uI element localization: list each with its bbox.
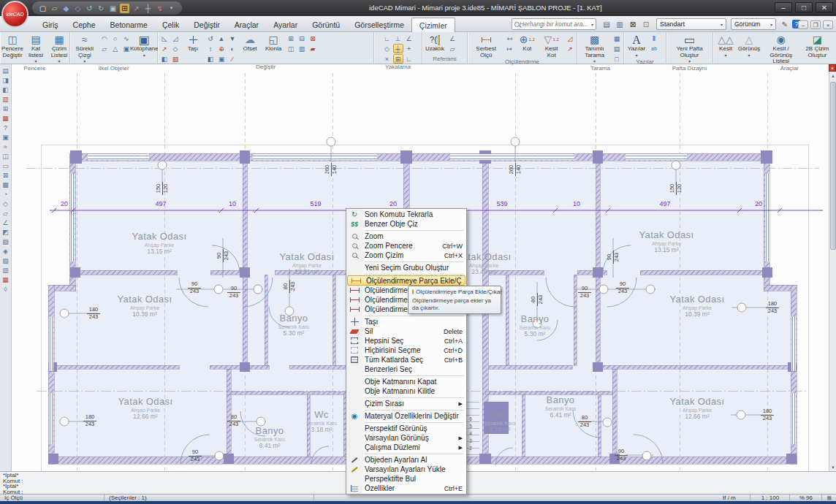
menu-item-yeni-secim-grubu[interactable]: Yeni Seçim Grubu Oluştur (346, 263, 466, 272)
copy-tool-icon[interactable]: ◫ (1, 152, 10, 161)
dimension-value[interactable]: 497 (650, 200, 680, 207)
roman-text-icon[interactable]: Ⅱ (649, 34, 659, 43)
kesit-button[interactable]: △△Kesit▾ (715, 34, 737, 58)
menu-item-tasi[interactable]: Taşı (346, 317, 466, 327)
status-grid-toggle-icon[interactable]: ▦ (822, 495, 836, 501)
cizim-listesi-button[interactable]: ▦Çizim Listesi▾ (48, 34, 70, 65)
menu-item-sil[interactable]: SilDelete (346, 327, 466, 336)
menu-item-hicbirisini-secme[interactable]: Hiçbirisini SeçmeCtrl+D (346, 345, 466, 355)
vertical-scrollbar[interactable]: ▲ ▼ (829, 64, 836, 471)
tab-gorsellestirme[interactable]: Görselleştirme (347, 18, 411, 32)
status-mode[interactable]: İç Ölçü (0, 495, 104, 501)
tasi-button[interactable]: Taşı (182, 34, 204, 53)
explode-icon[interactable]: ⊠ (308, 34, 318, 43)
close-button[interactable]: ✕ (816, 2, 833, 12)
status-zoom[interactable]: % 96 (790, 495, 822, 501)
dimension-value[interactable]: 519 (301, 200, 330, 207)
axis-icon[interactable]: ┼ (143, 4, 153, 13)
snap-ortho-icon[interactable]: ∟ (404, 54, 414, 64)
mirror-icon[interactable]: ▲ (216, 34, 227, 43)
mdi-close-button[interactable]: × (823, 20, 833, 29)
layer-states-icon[interactable]: ▥ (614, 18, 626, 30)
gorunus-button[interactable]: △Görünüş▾ (738, 34, 760, 58)
rotate-icon[interactable]: ↺ (205, 34, 216, 43)
layer-toggle-icon[interactable]: ⊠ (627, 18, 639, 30)
rotate-tool-icon[interactable]: ◔ (1, 190, 10, 199)
menu-item-olculendirmeye-parca-ekle-cikar[interactable]: Ölçülendirmeye Parça Ekle/Çıkar (347, 275, 466, 286)
spline-tool-icon[interactable]: ∿ (121, 34, 132, 43)
slice-icon[interactable]: ∕ (227, 54, 238, 64)
dim-slope-icon[interactable]: ◿ (565, 34, 575, 43)
serbest-olcu-button[interactable]: Serbest Ölçü (469, 34, 503, 58)
mdi-minimize-button[interactable]: – (798, 20, 808, 29)
circle-tool-icon[interactable]: ○ (110, 34, 121, 43)
scale-icon[interactable]: ◐ (227, 44, 238, 53)
kesit-kot-button[interactable]: ▽1.2Kesit Kot (539, 34, 563, 58)
hatch-solid-icon[interactable]: ▦ (612, 34, 622, 43)
arc-tool-icon[interactable]: ◠ (99, 34, 110, 43)
diamond-tool-icon[interactable]: ◈ (1, 247, 10, 256)
menu-item-varsayilan-gorunus[interactable]: Varsayılan Görünüş▶ (346, 433, 466, 443)
cut-tool-icon[interactable]: ⊠ (1, 171, 10, 180)
polygon-tool-icon[interactable]: ▱ (99, 44, 110, 53)
grid-tool-icon[interactable]: ▥ (1, 266, 10, 275)
query-icon[interactable]: ? (1, 123, 10, 132)
snap-int-icon[interactable]: × (382, 54, 392, 64)
maximize-button[interactable]: □ (795, 2, 813, 12)
scrollbar-thumb[interactable] (830, 82, 836, 250)
select-filter-icon[interactable]: ▥ (1, 95, 10, 104)
menu-item-zoom-pencere[interactable]: Zoom PencereCtrl+W (346, 241, 466, 251)
revision-icon[interactable]: ↯ (155, 4, 164, 13)
menu-item-zoom[interactable]: Zoom (346, 232, 466, 241)
layers-icon[interactable]: ⊞ (120, 4, 129, 13)
array-icon[interactable]: ⊕ (216, 44, 227, 53)
group-icon[interactable]: ⊟ (297, 34, 307, 43)
command-search[interactable]: ▾ (512, 18, 596, 30)
menu-item-hepsini-sec[interactable]: Hepsini SeçCtrl+A (346, 336, 466, 345)
tanimli-tarama-button[interactable]: ▩Tanımlı Tarama▾ (579, 34, 610, 65)
fillet-icon[interactable]: ◇ (170, 44, 180, 53)
yeni-pafta-button[interactable]: ▭Yeni Pafta Oluştur▾ (668, 34, 711, 65)
hatch-edit-icon[interactable]: ▥ (297, 44, 307, 53)
surekli-cizgi-button[interactable]: ≈Sürekli Çizgi▾ (72, 34, 98, 65)
kesit-gorunus-listesi-button[interactable]: ◉Kesit / Görünüş Listesi (761, 34, 800, 65)
select-group-icon[interactable]: ⊞ (1, 104, 10, 113)
yazilar-button[interactable]: AYazılar▾ (626, 34, 647, 58)
open-file-icon[interactable]: ▱ (50, 4, 59, 13)
menu-item-cizim-sirasi[interactable]: Çizim Sırası▶ (346, 399, 466, 408)
snap-end-icon[interactable]: ⊞ (393, 54, 403, 64)
tab-araclar[interactable]: Araçlar (227, 18, 266, 32)
kat-listesi-button[interactable]: ▤Kat listesi▾ (25, 34, 47, 65)
snap-perp-icon[interactable]: ⊥ (393, 34, 403, 43)
dimension-value[interactable]: 10 (218, 200, 247, 207)
klonla-button[interactable]: ◱Klonla (262, 34, 284, 53)
dim-arrow-icon[interactable]: ↗ (565, 44, 575, 53)
texture-tool-icon[interactable]: ▧ (1, 256, 10, 265)
layer-manager-icon[interactable]: ▤ (601, 18, 612, 30)
ofset-button[interactable]: ☁Ofset (239, 34, 261, 53)
snapshot-icon[interactable]: ▣ (108, 4, 118, 13)
lock-icon[interactable]: ⊡ (640, 18, 652, 30)
scroll-down-icon[interactable]: ▼ (829, 463, 836, 471)
status-scale[interactable]: 1 : 100 (750, 495, 790, 501)
save-icon[interactable]: ◆ (61, 4, 71, 13)
view-combo[interactable]: Görünüm ▾ (731, 18, 776, 30)
pattern-tool-icon[interactable]: ▨ (1, 237, 10, 246)
annotate-icon[interactable]: ✎ (779, 18, 791, 30)
copy-icon[interactable]: ⊞ (286, 34, 296, 43)
new-file-icon[interactable]: ▢ (38, 4, 48, 13)
measure-icon[interactable]: ▣ (1, 133, 10, 142)
tab-degistir[interactable]: Değiştir (186, 18, 227, 32)
angle-tool-icon[interactable]: ∠ (1, 218, 10, 227)
align-icon[interactable]: ◧ (205, 54, 216, 64)
edit-node-icon[interactable]: ↗ (159, 44, 170, 53)
menu-item-varsayilan-ayarlari-yukle[interactable]: Varsayılan Ayarları Yükle (346, 465, 466, 474)
menu-item-tum-katlarda-sec[interactable]: Tüm Katlarda SeçCtrl+B (346, 355, 466, 364)
menu-item-perspektifte-bul[interactable]: Perspektifte Bul (346, 474, 466, 484)
dimension-value[interactable]: 20 (50, 200, 79, 207)
dimension-value[interactable]: 539 (487, 200, 517, 207)
ref-area-icon[interactable]: ▱ (447, 44, 457, 53)
dimension-value[interactable]: 10 (562, 200, 591, 207)
snap-node-icon[interactable]: ┼ (393, 44, 403, 53)
menu-item-objeden-ayarlari-al[interactable]: Objeden Ayarları Al (346, 455, 466, 465)
